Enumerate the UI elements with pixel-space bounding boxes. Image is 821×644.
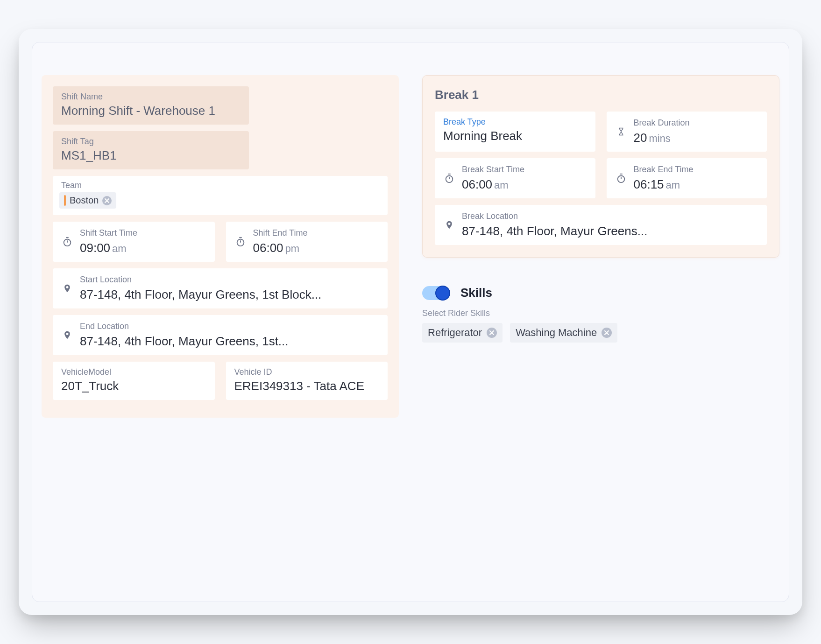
break-type-field[interactable]: Break Type Morning Break (435, 112, 595, 152)
start-location-field[interactable]: Start Location 87-148, 4th Floor, Mayur … (53, 268, 388, 308)
skill-tag: Washing Machine (510, 323, 617, 343)
tag-accent (64, 195, 66, 206)
shift-column: Shift Name Morning Shift - Warehouse 1 S… (42, 75, 399, 536)
vehicle-model-label: VehicleModel (61, 367, 206, 377)
break-duration-value: 20mins (634, 131, 690, 145)
vehicle-id-field[interactable]: Vehicle ID EREI349313 - Tata ACE (226, 362, 388, 400)
remove-skill-icon[interactable] (487, 328, 497, 338)
vehicle-model-value: 20T_Truck (61, 379, 119, 393)
skills-select-label: Select Rider Skills (422, 308, 779, 318)
break-end-time-value: 06:15am (634, 177, 694, 192)
svg-point-1 (237, 239, 244, 246)
shift-name-value: Morning Shift - Warehouse 1 (61, 104, 215, 118)
end-location-label: End Location (80, 322, 289, 331)
break-start-time-field[interactable]: Break Start Time 06:00am (435, 158, 595, 198)
skill-tag-text: Refrigerator (428, 327, 482, 339)
stopwatch-icon (443, 172, 455, 184)
break-type-value: Morning Break (443, 129, 522, 143)
location-pin-icon (61, 329, 73, 341)
skill-tag-text: Washing Machine (516, 327, 597, 339)
break-end-time-label: Break End Time (634, 165, 694, 175)
skills-toggle[interactable] (422, 286, 449, 300)
location-pin-icon (443, 219, 455, 231)
vehicle-id-label: Vehicle ID (234, 367, 380, 377)
hourglass-icon (615, 126, 627, 138)
shift-tag-field[interactable]: Shift Tag MS1_HB1 (53, 131, 249, 169)
break-panel: Break 1 Break Type Morning Break Break D… (422, 75, 779, 258)
shift-start-time-label: Shift Start Time (80, 228, 137, 238)
team-tag: Boston (59, 192, 116, 209)
device-frame: Shift Name Morning Shift - Warehouse 1 S… (19, 29, 802, 615)
team-field[interactable]: Team Boston (53, 176, 388, 215)
toggle-knob (435, 286, 450, 301)
shift-tag-label: Shift Tag (61, 137, 241, 147)
shift-end-time-label: Shift End Time (253, 228, 308, 238)
break-title: Break 1 (435, 88, 767, 102)
svg-point-0 (64, 239, 71, 246)
break-start-time-value: 06:00am (462, 177, 524, 192)
vehicle-model-field[interactable]: VehicleModel 20T_Truck (53, 362, 215, 400)
break-start-time-label: Break Start Time (462, 165, 524, 175)
stopwatch-icon (615, 172, 627, 184)
skills-title: Skills (460, 286, 492, 300)
vehicle-id-value: EREI349313 - Tata ACE (234, 379, 364, 393)
app-screen: Shift Name Morning Shift - Warehouse 1 S… (32, 42, 789, 602)
skills-tags[interactable]: Refrigerator Washing Machine (422, 323, 779, 343)
remove-team-tag-icon[interactable] (102, 196, 112, 205)
shift-tag-value: MS1_HB1 (61, 148, 117, 162)
break-skills-column: Break 1 Break Type Morning Break Break D… (422, 75, 779, 536)
start-location-value: 87-148, 4th Floor, Mayur Greens, 1st Blo… (80, 287, 321, 302)
shift-end-time-value: 06:00pm (253, 241, 308, 255)
start-location-label: Start Location (80, 275, 321, 285)
shift-end-time-field[interactable]: Shift End Time 06:00pm (226, 222, 388, 262)
break-end-time-field[interactable]: Break End Time 06:15am (607, 158, 767, 198)
end-location-field[interactable]: End Location 87-148, 4th Floor, Mayur Gr… (53, 315, 388, 355)
break-duration-field[interactable]: Break Duration 20mins (607, 112, 767, 152)
break-type-label: Break Type (443, 117, 587, 127)
shift-start-time-value: 09:00am (80, 241, 137, 255)
stopwatch-icon (234, 236, 247, 248)
skill-tag: Refrigerator (422, 323, 503, 343)
break-duration-label: Break Duration (634, 118, 690, 128)
break-location-field[interactable]: Break Location 87-148, 4th Floor, Mayur … (435, 205, 767, 245)
shift-start-time-field[interactable]: Shift Start Time 09:00am (53, 222, 215, 262)
team-tag-text: Boston (70, 195, 99, 206)
break-location-label: Break Location (462, 211, 647, 221)
remove-skill-icon[interactable] (602, 328, 612, 338)
shift-name-field[interactable]: Shift Name Morning Shift - Warehouse 1 (53, 86, 249, 125)
break-location-value: 87-148, 4th Floor, Mayur Greens... (462, 224, 647, 238)
end-location-value: 87-148, 4th Floor, Mayur Greens, 1st... (80, 334, 289, 349)
stopwatch-icon (61, 236, 73, 248)
shift-name-label: Shift Name (61, 92, 241, 102)
team-label: Team (61, 181, 381, 190)
shift-panel: Shift Name Morning Shift - Warehouse 1 S… (42, 75, 399, 418)
skills-header: Skills (422, 286, 779, 300)
location-pin-icon (61, 282, 73, 294)
